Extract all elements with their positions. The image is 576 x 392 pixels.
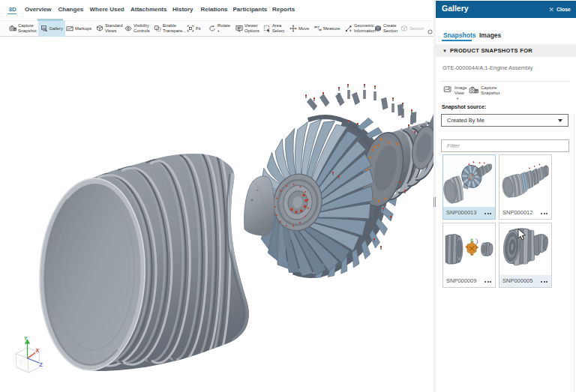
svg-text:Y: Y (24, 336, 28, 341)
svg-text:7: 7 (317, 25, 320, 30)
svg-text:X: X (36, 348, 40, 353)
svg-text:Z: Z (40, 362, 44, 367)
